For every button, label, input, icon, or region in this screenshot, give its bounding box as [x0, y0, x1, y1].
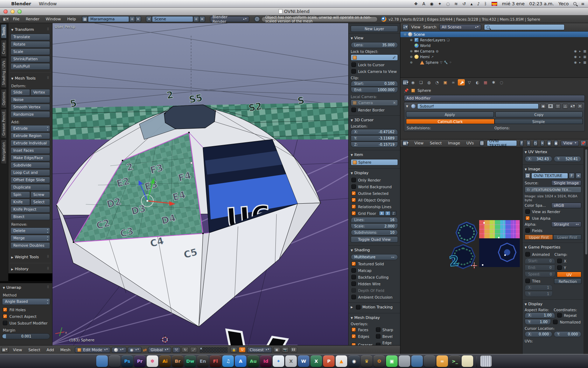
grid-subdivisions-slider[interactable]: Subdivisions:10 — [351, 230, 398, 236]
manipulator-scale-button[interactable]: ⤢ — [190, 347, 197, 353]
checkbox-backface-culling[interactable] — [351, 275, 356, 279]
checkbox-edges[interactable]: ✓ — [351, 334, 356, 339]
tab-texture[interactable]: ▦ — [482, 79, 489, 86]
scene-selector-icon[interactable]: ⚭ — [146, 16, 152, 22]
layer-toggle-1[interactable] — [200, 347, 202, 350]
modifier-delete-button[interactable]: ✕ — [577, 104, 583, 109]
snap-magnet-toggle[interactable]: U — [239, 347, 246, 353]
toolshelf-tab-create[interactable]: Create — [1, 40, 7, 57]
overlay-bevel[interactable]: Bevel — [375, 333, 398, 340]
check-row-relationship-lines[interactable]: ✓Relationship Lines — [351, 203, 398, 210]
tiles-y-slider[interactable]: Y:1 — [525, 291, 553, 297]
render-engine-select[interactable]: Blender Render⯅⯆ — [210, 16, 249, 22]
tool-make-edge-face[interactable]: Make Edge/Face — [10, 155, 50, 161]
adobe-icon[interactable]: A — [422, 2, 425, 6]
outliner-search-input[interactable] — [484, 24, 565, 30]
layer-toggle-5[interactable] — [211, 347, 214, 350]
anim-speed-slider[interactable]: Speed:0 — [525, 271, 555, 277]
pivot-point-select[interactable]: ◉⯅⯆ — [128, 347, 142, 353]
apply-button[interactable]: Apply — [406, 111, 494, 117]
checkbox-world-background[interactable] — [351, 184, 356, 189]
tool-translate[interactable]: Translate — [10, 34, 50, 40]
tab-modifiers[interactable] — [458, 79, 465, 86]
layer-toggle-14[interactable] — [208, 350, 211, 353]
transform-orientation-select[interactable]: Global⯅⯆ — [148, 347, 171, 353]
source-select[interactable]: Single Image — [551, 180, 581, 186]
screen-layout-name[interactable]: Maramagma — [88, 16, 129, 22]
keyboard-layout-flag[interactable]: ISO — [491, 2, 497, 6]
menu-3dview-select[interactable]: Select — [25, 348, 43, 352]
normalized-checkbox[interactable] — [553, 320, 558, 324]
tab-material[interactable]: ◐ — [474, 79, 481, 86]
image-unlink[interactable]: ✕ — [575, 173, 581, 179]
mesh-tools-panel-header[interactable]: ▼Mesh Tools⣿ — [10, 75, 50, 82]
lock-camera-checkbox[interactable] — [351, 69, 356, 74]
checkbox-outline-selected[interactable]: ✓ — [351, 191, 356, 196]
check-row-backface-culling[interactable]: Backface Culling — [351, 274, 398, 280]
layer-toggle-15[interactable] — [211, 350, 214, 353]
editor-type-3dview-icon[interactable]: ▦⯆ — [1, 347, 8, 353]
outliner-view-menu[interactable]: View — [411, 25, 420, 29]
anim-end-slider[interactable]: End:0 — [525, 265, 555, 271]
upper-first-button[interactable]: Upper First — [525, 234, 553, 240]
snap-element-select[interactable]: Closest⯅⯆ — [247, 347, 272, 353]
new-layer-button[interactable]: New Layer — [351, 26, 398, 32]
menu-uv-view[interactable]: View — [411, 141, 427, 145]
tiles-checkbox[interactable] — [525, 279, 530, 283]
uv-vertex-x-slider[interactable]: X:342.43 — [525, 156, 552, 162]
check-row-textured-solid[interactable]: ✓Textured Solid — [351, 260, 398, 267]
manipulator-rotate-button[interactable]: ↻ — [182, 347, 189, 353]
expand-icon[interactable]: ⊕ — [410, 38, 413, 42]
viewport-shading-select[interactable]: ⯅⯆ — [112, 347, 126, 353]
renderable-icon[interactable]: ▦ — [583, 55, 586, 59]
render-opengl-anim-button[interactable]: 🎞 — [290, 347, 297, 353]
tool-loop-cut-and-slide[interactable]: Loop Cut and Slide — [10, 169, 50, 176]
tool-vertex[interactable]: Vertex — [30, 89, 50, 96]
game-properties-header[interactable]: ▼Game Properties — [525, 244, 581, 251]
layer-toggle-19[interactable] — [222, 350, 225, 353]
hotspot-icon[interactable]: ◌ — [446, 2, 450, 6]
motion-tracking-checkbox[interactable] — [356, 305, 360, 309]
toggle-quad-view-button[interactable]: Toggle Quad View — [351, 236, 398, 243]
alpha-select[interactable]: Straight⯅⯆ — [551, 222, 581, 227]
dock-app-gray[interactable] — [399, 355, 410, 367]
menu-3dview-add[interactable]: Add — [43, 348, 57, 352]
overlay-faces[interactable]: ✓Faces — [351, 326, 374, 333]
dock-photoshop[interactable]: Ps — [121, 355, 133, 367]
expand-icon[interactable]: ⊖ — [403, 33, 407, 36]
delete-screen-button[interactable]: ✕ — [135, 16, 141, 22]
outliner-row-world[interactable]: World — [400, 43, 588, 48]
dock-bridge[interactable]: Br — [172, 355, 183, 367]
dock-flash[interactable]: Fl — [210, 355, 221, 367]
layer-toggle-12[interactable] — [203, 350, 205, 353]
check-row-all-object-origins[interactable]: ✓All Object Origins — [351, 197, 398, 203]
check-row-world-background[interactable]: World Background — [351, 183, 398, 190]
uv-pin-icon[interactable]: 📌 — [580, 140, 586, 146]
dock-indesign[interactable]: Id — [260, 355, 272, 367]
unwrap-method-select[interactable]: Angle Based — [2, 298, 50, 305]
sync-uv-toggle[interactable]: ⇄ — [143, 347, 147, 353]
tab-render[interactable]: ◉ — [410, 79, 416, 86]
renderable-icon[interactable]: ▦ — [583, 61, 586, 64]
shading-panel-header[interactable]: ▼Shading — [351, 246, 398, 254]
modifier-cage-toggle[interactable]: △ — [562, 104, 568, 109]
dock-app-dark[interactable] — [424, 355, 435, 367]
dock-photos[interactable]: ✽ — [147, 355, 158, 367]
unwrap-panel-header[interactable]: ▼Unwrap⣿ — [2, 284, 50, 291]
tool-rotate[interactable]: Rotate — [10, 41, 50, 48]
tool-merge[interactable]: Merge — [10, 235, 50, 241]
snap-target-icon[interactable]: ▣ — [273, 347, 280, 353]
menu-info-window[interactable]: Window — [43, 17, 64, 21]
spotlight-search-icon[interactable] — [573, 2, 576, 5]
outliner-row-renderlayers[interactable]: ⊕RenderLayers❏ — [400, 37, 588, 43]
menu-uv-uvs[interactable]: UVs — [463, 141, 477, 145]
tool-smooth-vertex[interactable]: Smooth Vertex — [10, 104, 50, 110]
render-border-row[interactable]: Render Border — [351, 107, 398, 113]
menubar-clock[interactable]: 02:23 a.m. — [529, 1, 554, 6]
display-panel-header[interactable]: ▼Display — [351, 169, 398, 177]
editor-type-outliner-icon[interactable]: ⫞⯆ — [402, 24, 408, 30]
copy-button[interactable]: Copy — [495, 111, 583, 117]
dock-trash[interactable] — [480, 355, 492, 367]
check-row-matcap[interactable]: Matcap — [351, 267, 398, 274]
tool-push-pull[interactable]: Push/Pull — [10, 63, 50, 70]
